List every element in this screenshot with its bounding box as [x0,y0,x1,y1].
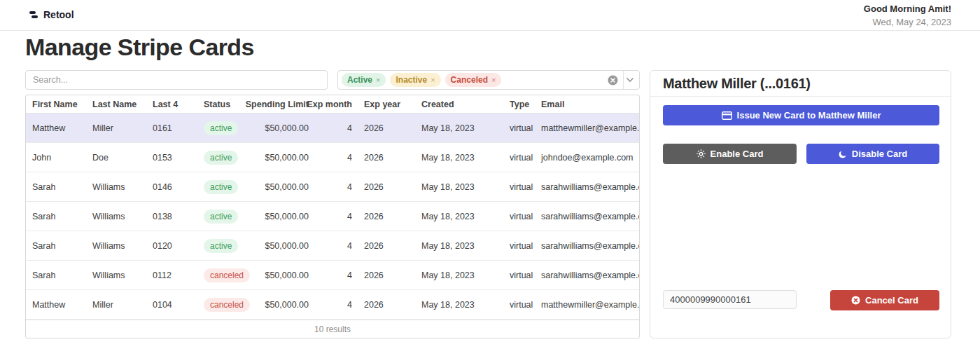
greeting-box: Good Morning Amit! Wed, May 24, 2023 [864,3,951,29]
cell-spending-limit: $50,000.00 [250,202,314,231]
issue-new-card-button[interactable]: Issue New Card to Matthew Miller [663,105,939,125]
sun-icon [696,149,706,158]
col-header-email[interactable]: Email [535,95,639,113]
cell-last4: 0161 [146,114,197,142]
status-badge: active [204,151,238,165]
disable-card-label: Disable Card [852,149,907,159]
cell-email: matthewmiller@example.com [535,114,639,142]
card-number-input[interactable] [663,290,797,309]
cell-spending-limit: $50,000.00 [250,114,314,142]
filter-chip-label: Active [347,75,372,85]
cell-exp-month: 4 [314,143,358,172]
clear-filters-icon[interactable] [608,75,618,85]
col-header-type[interactable]: Type [503,95,535,113]
cell-last4: 0112 [146,261,197,289]
cell-created: May 18, 2023 [415,172,503,201]
cell-email: sarahwilliams@example.com [535,202,639,231]
cell-first-name: Matthew [26,290,86,319]
cell-status: active [197,231,250,260]
table-row[interactable]: SarahWilliams0146active$50,000.0042026Ma… [26,172,639,202]
col-header-created[interactable]: Created [415,95,503,113]
cell-email: johndoe@example.com [535,143,639,172]
cell-exp-year: 2026 [358,231,415,260]
cell-type: virtual [503,202,535,231]
cell-exp-month: 4 [314,202,358,231]
cell-last-name: Williams [86,231,146,260]
cell-created: May 18, 2023 [415,202,503,231]
col-header-exp-year[interactable]: Exp year [358,95,415,113]
cell-status: active [197,202,250,231]
cell-type: virtual [503,143,535,172]
cell-email: sarahwilliams@example.com [535,261,639,289]
cancel-circle-icon [851,296,860,305]
issue-new-card-label: Issue New Card to Matthew Miller [737,110,881,121]
cards-table: First Name Last Name Last 4 Status Spend… [25,95,640,338]
cell-status: active [197,172,250,201]
table-row[interactable]: SarahWilliams0112canceled$50,000.0042026… [26,261,639,290]
retool-brand[interactable]: Retool [28,9,74,20]
cell-last-name: Doe [86,143,146,172]
filter-chip-label: Canceled [451,75,488,85]
col-header-last-name[interactable]: Last Name [86,95,146,113]
table-row[interactable]: MatthewMiller0104canceled$50,000.0042026… [26,290,639,320]
disable-card-button[interactable]: Disable Card [806,144,939,164]
cell-exp-month: 4 [314,114,358,142]
status-badge: active [204,239,238,253]
cell-type: virtual [503,114,535,142]
cell-exp-month: 4 [314,231,358,260]
cell-last-name: Williams [86,261,146,289]
cell-exp-year: 2026 [358,143,415,172]
cell-created: May 18, 2023 [415,143,503,172]
cell-created: May 18, 2023 [415,231,503,260]
col-header-status[interactable]: Status [197,95,250,113]
cell-last-name: Williams [86,202,146,231]
filter-chips: Active×Inactive×Canceled× [342,73,608,87]
cell-last4: 0104 [146,290,197,319]
remove-chip-icon[interactable]: × [491,76,496,84]
cell-type: virtual [503,172,535,201]
cell-spending-limit: $50,000.00 [250,290,314,319]
panel-title: Matthew Miller (...0161) [650,71,951,97]
chevron-down-icon[interactable] [624,78,636,82]
brand-name: Retool [43,9,74,20]
cell-first-name: Sarah [26,202,86,231]
cell-exp-year: 2026 [358,202,415,231]
remove-chip-icon[interactable]: × [430,76,435,84]
filter-chip-inactive[interactable]: Inactive× [390,73,440,87]
cancel-card-button[interactable]: Cancel Card [830,290,939,310]
cell-status: active [197,114,250,142]
col-header-exp-month[interactable]: Exp month [314,95,358,113]
greeting-text: Good Morning Amit! [864,3,951,15]
cell-first-name: Sarah [26,172,86,201]
table-row[interactable]: SarahWilliams0120active$50,000.0042026Ma… [26,231,639,261]
cell-spending-limit: $50,000.00 [250,261,314,289]
enable-card-label: Enable Card [710,149,764,159]
filter-chip-label: Inactive [396,75,427,85]
enable-card-button[interactable]: Enable Card [663,144,797,164]
col-header-last4[interactable]: Last 4 [146,95,197,113]
cell-type: virtual [503,231,535,260]
remove-chip-icon[interactable]: × [376,76,380,84]
date-text: Wed, May 24, 2023 [864,15,951,29]
filter-chip-active[interactable]: Active× [342,73,386,87]
col-header-first-name[interactable]: First Name [26,95,86,113]
table-row[interactable]: SarahWilliams0138active$50,000.0042026Ma… [26,202,639,231]
cell-first-name: Matthew [26,114,86,142]
table-row[interactable]: MatthewMiller0161active$50,000.0042026Ma… [26,114,639,143]
cell-created: May 18, 2023 [415,114,503,142]
cell-spending-limit: $50,000.00 [250,172,314,201]
cell-status: canceled [197,261,250,289]
search-input[interactable] [25,70,328,90]
cell-exp-month: 4 [314,290,358,319]
table-row[interactable]: JohnDoe0153active$50,000.0042026May 18, … [26,143,639,172]
cell-first-name: John [26,143,86,172]
filter-chip-canceled[interactable]: Canceled× [445,73,502,87]
status-badge: active [204,210,238,224]
status-filter-multiselect[interactable]: Active×Inactive×Canceled× [337,70,640,90]
col-header-spending-limit[interactable]: Spending Limit [250,95,314,113]
credit-card-icon [722,111,732,120]
cell-spending-limit: $50,000.00 [250,231,314,260]
cell-created: May 18, 2023 [415,261,503,289]
cell-last4: 0138 [146,202,197,231]
status-badge: canceled [204,268,250,282]
